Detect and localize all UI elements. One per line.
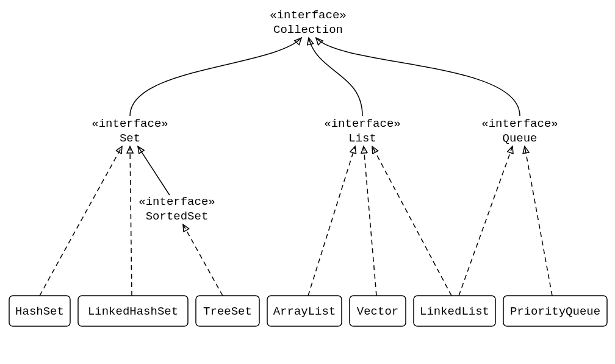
edge-linkedlist-list [372,146,451,296]
sortedset-label: SortedSet [146,210,209,223]
stereotype-label: «interface» [92,117,168,130]
treeset-label: TreeSet [203,305,252,318]
node-sortedset: «interface» SortedSet [138,195,215,223]
node-list: «interface» List [324,117,400,145]
node-priorityqueue: PriorityQueue [503,296,607,326]
node-set: «interface» Set [92,117,168,145]
node-queue: «interface» Queue [481,117,558,145]
edge-treeset-sortedset [183,224,223,296]
arraylist-label: ArrayList [273,305,336,318]
list-label: List [348,132,376,145]
node-linkedhashset: LinkedHashSet [78,296,188,326]
node-vector: Vector [350,296,406,326]
node-treeset: TreeSet [196,296,259,326]
edge-hashset-set [40,146,122,296]
collection-hierarchy-diagram: «interface» Collection «interface» Set «… [0,0,615,364]
edge-queue-collection [316,38,520,116]
edge-linkedlist-queue [459,146,512,296]
node-linkedlist: LinkedList [414,296,495,326]
node-hashset: HashSet [9,296,70,326]
edge-sortedset-set [138,146,170,195]
linkedlist-label: LinkedList [420,305,489,318]
edge-priorityqueue-queue [525,146,552,296]
linkedhashset-label: LinkedHashSet [88,305,178,318]
edge-set-collection [130,38,301,116]
stereotype-label: «interface» [138,195,215,209]
hashset-label: HashSet [15,305,64,318]
node-collection: «interface» Collection [270,9,346,37]
set-label: Set [120,132,140,145]
stereotype-label: «interface» [270,9,346,22]
stereotype-label: «interface» [481,117,558,130]
edge-arraylist-list [308,146,355,296]
collection-label: Collection [273,23,343,37]
priorityqueue-label: PriorityQueue [510,305,600,318]
edge-linkedhashset-set [130,146,132,296]
queue-label: Queue [502,132,537,145]
node-arraylist: ArrayList [267,296,342,326]
edge-vector-list [364,146,376,296]
vector-label: Vector [357,305,398,318]
edge-list-collection [309,38,362,116]
stereotype-label: «interface» [324,117,400,130]
